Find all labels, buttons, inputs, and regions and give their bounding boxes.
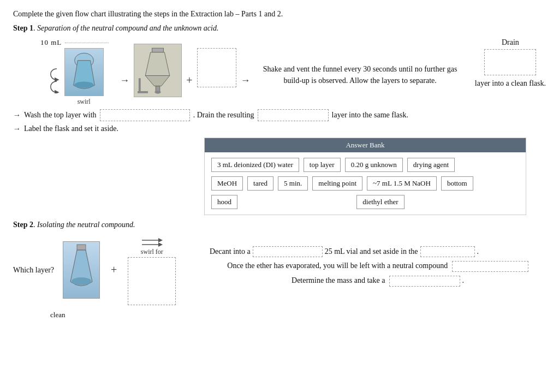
- answer-bank-row-1: 3 mL deionized (DI) water top layer 0.20…: [211, 158, 519, 172]
- svg-point-4: [155, 91, 161, 94]
- drain-resulting-text: . Drain the resulting: [193, 111, 254, 120]
- chip-melting-point[interactable]: melting point: [312, 176, 362, 191]
- plus-sign-2: +: [111, 264, 117, 276]
- mass-period: .: [462, 276, 464, 284]
- shake-text: Shake and vent the funnel every 30 secon…: [259, 63, 461, 86]
- step1-title: Step 1. Separation of the neutral compou…: [13, 24, 546, 33]
- double-arrow-icon: [141, 235, 163, 248]
- answer-bank-body: 3 mL deionized (DI) water top layer 0.20…: [205, 152, 526, 215]
- wash-text-before: Wash the top layer with: [24, 111, 97, 120]
- svg-rect-6: [138, 91, 148, 93]
- which-layer-row: Which layer? +: [13, 235, 176, 305]
- intro-text: Complete the given flow chart illustrati…: [13, 10, 546, 19]
- step1-bottom: → Wash the top layer with . Drain the re…: [13, 109, 546, 133]
- drain-label: Drain: [502, 38, 519, 47]
- chip-tared[interactable]: tared: [247, 176, 273, 191]
- drain-rest-text: layer into a clean flask.: [475, 78, 546, 89]
- svg-marker-10: [158, 238, 163, 242]
- label-arrow: →: [13, 124, 21, 133]
- step2-left: Which layer? +: [13, 235, 199, 319]
- chip-drying-agent[interactable]: drying agent: [407, 158, 455, 172]
- svg-point-1: [74, 81, 93, 88]
- chip-diethyl-ether[interactable]: diethyl ether: [356, 195, 404, 209]
- chip-hood[interactable]: hood: [211, 195, 237, 209]
- apparatus-icon: [138, 46, 178, 95]
- chip-di-water[interactable]: 3 mL deionized (DI) water: [211, 158, 299, 172]
- ether-blank[interactable]: [452, 261, 528, 272]
- curved-arrows-icon: [46, 66, 62, 93]
- label-row: → Label the flask and set it aside.: [13, 124, 546, 133]
- chip-5min[interactable]: 5 min.: [278, 176, 308, 191]
- arrow-right-1: →: [120, 75, 129, 86]
- clean-label: clean: [50, 311, 65, 319]
- mass-text: Determine the mass and take a: [292, 276, 385, 284]
- swirl-label: swirl: [78, 98, 91, 106]
- decant-text: Decant into a: [210, 246, 251, 258]
- vial-blank[interactable]: [420, 246, 475, 257]
- svg-point-8: [72, 277, 91, 285]
- label-text: Label the flask and set it aside.: [24, 124, 118, 133]
- answer-bank-header: Answer Bank: [205, 138, 526, 152]
- svg-rect-2: [152, 48, 164, 52]
- wash-text-end: layer into the same flask.: [332, 111, 408, 120]
- plus-sign-1: +: [186, 74, 192, 87]
- decant-blank[interactable]: [253, 246, 323, 257]
- flask2-icon: [65, 243, 98, 297]
- wash-arrow: →: [13, 111, 21, 120]
- flask2-image: [63, 241, 100, 299]
- chip-top-layer[interactable]: top layer: [304, 158, 341, 172]
- swirl-for-label: swirl for: [141, 248, 163, 256]
- answer-bank-row-2: MeOH tared 5 min. melting point ~7 mL 1.…: [211, 176, 519, 191]
- apparatus-image: [134, 44, 182, 97]
- flask-icon: [68, 50, 100, 94]
- ml-label: 10 mL: [40, 38, 62, 47]
- flask-image: [64, 48, 104, 96]
- step1-flow: 10 mL: [13, 38, 546, 133]
- svg-marker-12: [158, 242, 163, 247]
- arrow-right-2: →: [241, 75, 251, 86]
- step2-right: Decant into a 25 mL vial and set aside i…: [199, 235, 546, 287]
- drain-section: Drain layer into a clean flask.: [475, 38, 546, 89]
- drain-blank-box[interactable]: [484, 49, 536, 75]
- step2-section: Step 2. Isolating the neutral compound. …: [13, 221, 546, 319]
- answer-bank-row-3: hood diethyl ether: [211, 195, 519, 209]
- chip-unknown[interactable]: 0.20 g unknown: [345, 158, 403, 172]
- ether-text: Once the ether has evaporated, you will …: [227, 262, 448, 270]
- vial-period: .: [477, 246, 479, 258]
- step1-italic: Separation of the neutral compound and t…: [37, 24, 218, 32]
- wash-blank-box[interactable]: [100, 109, 190, 121]
- wash-row: → Wash the top layer with . Drain the re…: [13, 109, 546, 121]
- which-layer-label: Which layer?: [13, 266, 54, 275]
- step2-text-block: Decant into a 25 mL vial and set aside i…: [210, 246, 546, 287]
- step2-title: Step 2. Isolating the neutral compound.: [13, 221, 546, 229]
- answer-bank: Answer Bank 3 mL deionized (DI) water to…: [204, 138, 526, 215]
- chip-meoh[interactable]: MeOH: [211, 176, 243, 191]
- drain-resulting-blank[interactable]: [258, 109, 329, 121]
- chip-bottom[interactable]: bottom: [441, 176, 473, 191]
- step1-bold: Step 1: [13, 24, 33, 32]
- svg-rect-7: [77, 245, 86, 250]
- svg-rect-5: [139, 78, 141, 93]
- step2-bold: Step 2: [13, 221, 33, 229]
- mass-blank[interactable]: [389, 276, 460, 287]
- vial-text: 25 mL vial and set aside in the: [325, 246, 418, 258]
- step2-blank-box[interactable]: [128, 257, 176, 305]
- step2-flow: Which layer? +: [13, 235, 546, 319]
- step1-blank-box-1[interactable]: [197, 48, 236, 87]
- step2-italic: Isolating the neutral compound.: [37, 221, 135, 229]
- chip-naoh[interactable]: ~7 mL 1.5 M NaOH: [367, 176, 437, 191]
